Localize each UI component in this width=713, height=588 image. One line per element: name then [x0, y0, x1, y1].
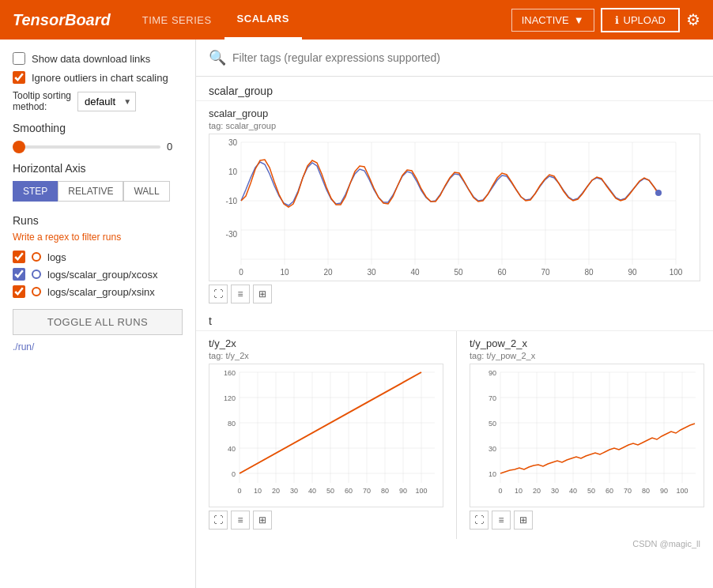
filter-input[interactable]: [232, 51, 700, 64]
svg-text:30: 30: [290, 487, 298, 495]
show-download-label: Show data download links: [32, 53, 150, 65]
show-download-row: Show data download links: [13, 52, 183, 65]
tooltip-sort-select-wrap: default ▼: [77, 92, 136, 111]
nav-scalars[interactable]: SCALARS: [224, 0, 302, 40]
svg-text:100: 100: [670, 268, 683, 277]
upload-label: UPLOAD: [624, 14, 666, 26]
svg-text:0: 0: [498, 487, 502, 495]
chart-y2x-svg: 160 120 80 40 0 0 10 20 30 40 50 60 70 8…: [209, 364, 443, 507]
svg-text:30: 30: [551, 487, 559, 495]
run-label-xsinx: logs/scalar_group/xsinx: [47, 286, 155, 298]
chart-ypow2x-svg: 90 70 50 30 10 0 10 20 30 40 50 60 70 80: [470, 364, 704, 507]
axis-relative-button[interactable]: RELATIVE: [58, 181, 123, 202]
main-nav: TIME SERIES SCALARS: [130, 0, 492, 40]
run-label-logs: logs: [47, 251, 66, 263]
smoothing-title: Smoothing: [13, 122, 183, 134]
svg-text:40: 40: [308, 487, 316, 495]
svg-text:80: 80: [642, 487, 650, 495]
axis-title: Horizontal Axis: [13, 162, 183, 175]
svg-text:90: 90: [399, 487, 407, 495]
svg-text:0: 0: [237, 487, 241, 495]
chart-y2x-lines-button[interactable]: ≡: [231, 511, 250, 530]
chart-y2x-tag: tag: t/y_2x: [209, 351, 443, 360]
chart-expand-button[interactable]: ⛶: [209, 285, 228, 303]
runs-section: Runs Write a regex to filter runs logs l…: [13, 214, 183, 352]
chart-ypow2x-lines-button[interactable]: ≡: [492, 511, 511, 530]
chart-half-y2x: t/y_2x tag: t/y_2x: [196, 331, 457, 539]
run-item-xsinx: logs/scalar_group/xsinx: [13, 285, 183, 298]
tooltip-sort-select[interactable]: default: [77, 92, 136, 111]
settings-button[interactable]: ⚙: [686, 10, 700, 29]
upload-button[interactable]: ℹ UPLOAD: [601, 8, 680, 32]
chart-scalar-group-title: scalar_group: [209, 107, 700, 119]
info-icon: ℹ: [615, 14, 619, 26]
svg-text:0: 0: [232, 470, 236, 478]
svg-text:-30: -30: [226, 230, 238, 239]
smoothing-slider[interactable]: [13, 145, 160, 149]
toggle-all-runs-button[interactable]: TOGGLE ALL RUNS: [13, 309, 183, 335]
svg-point-31: [655, 190, 662, 196]
chart-lines-button[interactable]: ≡: [231, 285, 250, 303]
smoothing-row: 0: [13, 141, 183, 153]
show-download-checkbox[interactable]: [13, 52, 25, 65]
svg-text:90: 90: [628, 268, 637, 277]
chart-ypow2x-box: 90 70 50 30 10 0 10 20 30 40 50 60 70 80: [470, 364, 704, 507]
svg-text:30: 30: [228, 138, 238, 147]
svg-text:90: 90: [489, 369, 496, 377]
header: TensorBoard TIME SERIES SCALARS INACTIVE…: [0, 0, 713, 40]
dropdown-arrow-icon: ▼: [574, 14, 584, 26]
chart-scatter-button[interactable]: ⊞: [253, 285, 272, 303]
search-icon: 🔍: [209, 49, 226, 66]
runs-title: Runs: [13, 214, 183, 227]
chart-scalar-group: 30 10 -10 -30 0 10 20 30 40 50 60 70 80 …: [209, 134, 700, 281]
svg-text:80: 80: [584, 268, 594, 277]
header-right: INACTIVE ▼ ℹ UPLOAD ⚙: [511, 8, 700, 32]
svg-text:50: 50: [454, 268, 463, 277]
run-path[interactable]: ./run/: [13, 341, 183, 352]
svg-text:60: 60: [497, 268, 507, 277]
svg-text:40: 40: [410, 268, 420, 277]
run-checkbox-xcosx[interactable]: [13, 268, 25, 281]
status-dropdown[interactable]: INACTIVE ▼: [511, 9, 594, 32]
run-dot-logs: [32, 252, 41, 262]
run-label-xcosx: logs/scalar_group/xcosx: [47, 269, 157, 281]
svg-text:50: 50: [326, 487, 334, 495]
svg-text:30: 30: [489, 445, 496, 453]
chart-y2x-expand-button[interactable]: ⛶: [209, 511, 228, 530]
svg-text:60: 60: [345, 487, 353, 495]
chart-ypow2x-title: t/y_pow_2_x: [470, 337, 704, 349]
nav-time-series[interactable]: TIME SERIES: [130, 0, 224, 40]
axis-step-button[interactable]: STEP: [13, 181, 58, 202]
main-layout: Show data download links Ignore outliers…: [0, 40, 713, 588]
svg-text:0: 0: [239, 268, 243, 277]
group-t-header: t: [196, 307, 713, 331]
svg-text:-10: -10: [226, 197, 238, 205]
svg-text:20: 20: [323, 268, 333, 277]
chart-ypow2x-scatter-button[interactable]: ⊞: [514, 511, 533, 530]
chart-y2x-scatter-button[interactable]: ⊞: [253, 511, 272, 530]
ignore-outliers-label: Ignore outliers in chart scaling: [32, 72, 168, 84]
chart-ypow2x-tag: tag: t/y_pow_2_x: [470, 351, 704, 360]
svg-text:70: 70: [624, 487, 632, 495]
sidebar: Show data download links Ignore outliers…: [0, 40, 196, 588]
chart-y2x-actions: ⛶ ≡ ⊞: [209, 507, 443, 533]
svg-text:100: 100: [676, 487, 688, 495]
runs-filter[interactable]: Write a regex to filter runs: [13, 232, 183, 243]
svg-text:80: 80: [381, 487, 389, 495]
svg-text:40: 40: [228, 445, 236, 453]
chart-scalar-actions: ⛶ ≡ ⊞: [209, 281, 700, 307]
svg-text:70: 70: [363, 487, 371, 495]
svg-text:70: 70: [489, 394, 496, 402]
axis-buttons: STEP RELATIVE WALL: [13, 181, 183, 202]
axis-wall-button[interactable]: WALL: [123, 181, 169, 202]
ignore-outliers-row: Ignore outliers in chart scaling: [13, 71, 183, 84]
run-checkbox-logs[interactable]: [13, 251, 25, 263]
chart-scalar-group-tag: tag: scalar_group: [209, 121, 700, 130]
main-content: 🔍 scalar_group scalar_group tag: scalar_…: [196, 40, 713, 588]
chart-ypow2x-expand-button[interactable]: ⛶: [470, 511, 489, 530]
t-charts-row: t/y_2x tag: t/y_2x: [196, 331, 713, 539]
run-dot-xsinx: [32, 287, 41, 296]
ignore-outliers-checkbox[interactable]: [13, 71, 25, 84]
run-dot-xcosx: [32, 270, 41, 279]
run-checkbox-xsinx[interactable]: [13, 285, 25, 298]
